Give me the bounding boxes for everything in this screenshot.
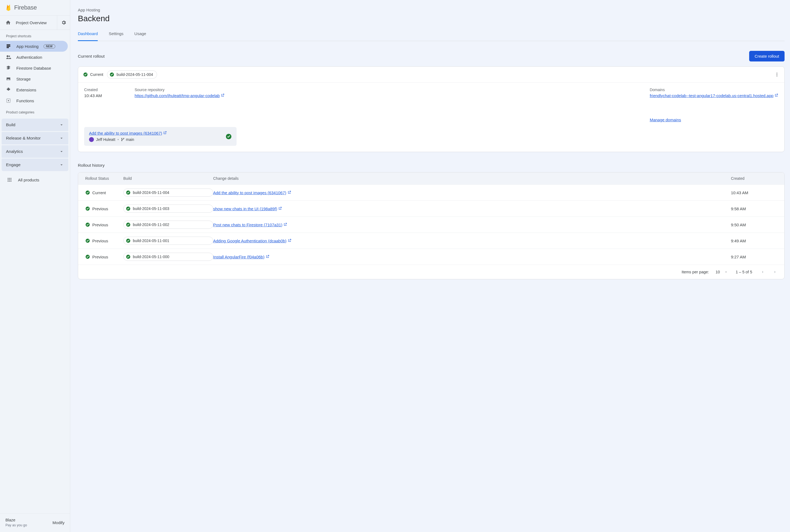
svg-point-18 <box>777 76 777 76</box>
plan-modify-button[interactable]: Modify <box>53 520 65 525</box>
external-link-icon <box>774 94 778 98</box>
plan-name: Blaze <box>5 518 27 522</box>
plan-subtitle: Pay as you go <box>5 523 27 527</box>
build-chip[interactable]: build-2024-05-11-003 <box>123 205 213 213</box>
more-menu-button[interactable] <box>774 72 779 77</box>
svg-rect-9 <box>9 179 10 180</box>
rollout-status: Current <box>85 190 123 195</box>
sidebar-item-storage[interactable]: Storage <box>0 73 68 84</box>
check-circle-icon <box>109 72 114 77</box>
all-products[interactable]: All products <box>0 172 70 188</box>
tab-usage[interactable]: Usage <box>134 31 146 41</box>
firestore-icon <box>5 65 12 71</box>
col-created: Created <box>731 176 777 180</box>
sidebar-item-extensions[interactable]: Extensions <box>0 84 68 95</box>
build-chip[interactable]: build-2024-05-11-002 <box>123 221 213 229</box>
commit-link[interactable]: Add the ability to post images (6341067) <box>89 131 162 135</box>
sidebar-item-firestore[interactable]: Firestore Database <box>0 62 68 73</box>
create-rollout-button[interactable]: Create rollout <box>749 51 785 61</box>
domain-link[interactable]: friendlychat-codelab--test-angular17-cod… <box>650 93 773 98</box>
created-time: 10:43 AM <box>731 190 777 195</box>
sidebar-item-functions[interactable]: Functions <box>0 95 68 106</box>
commit-author: Jeff Huleatt <box>96 137 115 142</box>
source-repo-label: Source repository <box>135 88 255 92</box>
page-prev-button[interactable] <box>760 270 765 274</box>
svg-point-0 <box>6 55 8 57</box>
change-link[interactable]: show new chats in the UI (198a89f) <box>213 206 277 211</box>
commit-box: Add the ability to post images (6341067)… <box>84 127 237 146</box>
breadcrumb[interactable]: App Hosting <box>78 7 785 12</box>
page-next-button[interactable] <box>773 270 777 274</box>
svg-rect-6 <box>9 178 10 179</box>
created-time: 9:27 AM <box>731 254 777 259</box>
build-chip[interactable]: build-2024-05-11-004 <box>107 71 157 79</box>
chevron-down-icon <box>59 122 64 127</box>
table-row[interactable]: Previous build-2024-05-11-000 Install An… <box>78 249 784 265</box>
change-link[interactable]: Adding Google Authentication (dcaab0b) <box>213 239 287 243</box>
sidebar-item-app-hosting[interactable]: App Hosting NEW <box>0 41 68 52</box>
change-link[interactable]: Add the ability to post images (6341067) <box>213 190 287 195</box>
sidebar-item-authentication[interactable]: Authentication <box>0 52 68 62</box>
category-engage[interactable]: Engage <box>2 158 68 171</box>
category-release-monitor[interactable]: Release & Monitor <box>2 132 68 145</box>
chevron-down-icon <box>59 136 64 140</box>
brand[interactable]: Firebase <box>0 0 70 16</box>
manage-domains-link[interactable]: Manage domains <box>650 117 681 122</box>
external-link-icon <box>266 254 270 259</box>
categories-heading: Product categories <box>0 106 70 117</box>
build-chip[interactable]: build-2024-05-11-000 <box>123 253 213 261</box>
category-build[interactable]: Build <box>2 119 68 131</box>
chevron-down-icon <box>59 163 64 167</box>
category-label: Build <box>6 122 15 127</box>
external-link-icon <box>278 206 282 211</box>
external-link-icon <box>283 223 287 227</box>
build-chip[interactable]: build-2024-05-11-004 <box>123 189 213 197</box>
col-change: Change details <box>213 176 731 180</box>
build-id: build-2024-05-11-004 <box>133 190 169 195</box>
change-link[interactable]: Post new chats to Firestore (7107a31) <box>213 223 282 227</box>
chevron-down-icon <box>59 149 64 154</box>
sidebar-item-label: Authentication <box>16 55 42 60</box>
category-label: Release & Monitor <box>6 136 41 140</box>
build-id: build-2024-05-11-004 <box>116 72 153 77</box>
sidebar-item-label: Extensions <box>16 88 36 92</box>
project-settings-button[interactable] <box>57 16 70 30</box>
rollout-status-label: Current <box>92 190 106 195</box>
table-row[interactable]: Current build-2024-05-11-004 Add the abi… <box>78 185 784 201</box>
sidebar-item-label: Firestore Database <box>16 66 51 71</box>
build-chip[interactable]: build-2024-05-11-001 <box>123 236 213 245</box>
sidebar-item-label: Storage <box>16 77 31 81</box>
table-row[interactable]: Previous build-2024-05-11-002 Post new c… <box>78 216 784 232</box>
svg-rect-5 <box>7 178 8 179</box>
change-link[interactable]: Install AngularFire (f04a06b) <box>213 254 264 259</box>
created-time: 9:58 AM <box>731 206 777 211</box>
rollout-status: Previous <box>85 254 123 259</box>
per-page-select[interactable]: 10 <box>715 270 728 274</box>
project-overview[interactable]: Project Overview <box>0 16 57 30</box>
external-link-icon <box>221 94 225 98</box>
svg-point-20 <box>124 138 124 139</box>
table-row[interactable]: Previous build-2024-05-11-003 show new c… <box>78 201 784 216</box>
category-analytics[interactable]: Analytics <box>2 145 68 158</box>
tab-settings[interactable]: Settings <box>109 31 123 41</box>
check-circle-icon <box>83 72 88 77</box>
svg-rect-13 <box>11 181 12 182</box>
table-footer: Items per page: 10 1 – 5 of 5 <box>78 265 784 279</box>
project-overview-label: Project Overview <box>16 20 47 25</box>
rollout-status-label: Current <box>90 72 103 77</box>
build-id: build-2024-05-11-000 <box>133 254 169 259</box>
current-rollout-card: Current build-2024-05-11-004 Created 10:… <box>78 66 785 152</box>
avatar <box>89 137 94 142</box>
svg-point-19 <box>122 138 122 139</box>
rollout-status-label: Previous <box>92 254 108 259</box>
source-repo-link[interactable]: https://github.com/jhuleatt/tmp-angular-… <box>135 93 220 98</box>
rollout-status-label: Previous <box>92 206 108 211</box>
firebase-logo-icon <box>5 4 12 12</box>
created-value: 10:43 AM <box>84 93 102 98</box>
brand-name: Firebase <box>14 4 37 11</box>
sidebar: Firebase Project Overview Project shortc… <box>0 0 70 532</box>
tab-dashboard[interactable]: Dashboard <box>78 31 98 41</box>
svg-rect-10 <box>11 179 12 180</box>
per-page-value: 10 <box>715 270 720 274</box>
table-row[interactable]: Previous build-2024-05-11-001 Adding Goo… <box>78 232 784 249</box>
